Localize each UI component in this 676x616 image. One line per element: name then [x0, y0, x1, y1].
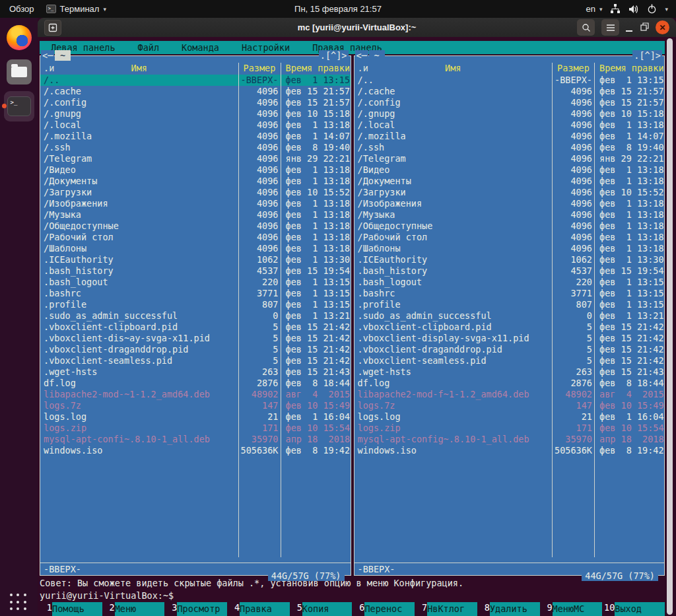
shell-prompt[interactable]: yurii@yurii-VirtualBox:~$ — [40, 590, 665, 602]
file-row[interactable]: /Рабочий стол4096фев 1 13:18 — [40, 232, 351, 243]
file-row[interactable]: .bash_history4537фев 15 19:54 — [40, 265, 351, 277]
file-row[interactable]: .sudo_as_admin_successful0фев 1 13:21 — [40, 310, 351, 322]
app-menu-button[interactable]: >_ Терминал ▾ — [46, 4, 106, 14]
window-titlebar[interactable]: mc [yurii@yurii-VirtualBox]:~ ✕ — [38, 18, 676, 37]
activities-button[interactable]: Обзор — [9, 4, 34, 14]
close-button[interactable]: ✕ — [656, 20, 669, 34]
file-row[interactable]: /Загрузки4096фев 10 15:52 — [355, 187, 665, 198]
file-row[interactable]: /Музыка4096фев 1 13:18 — [355, 209, 665, 221]
panel-scroll-left-marker[interactable]: <─ — [355, 50, 368, 61]
column-header-time[interactable]: Время правки — [281, 63, 351, 75]
fkey-button-4[interactable]: 4Правка — [227, 602, 290, 616]
panel-path-tab[interactable]: ~ — [369, 50, 385, 61]
terminal-scrollbar[interactable] — [667, 38, 673, 615]
file-row[interactable]: /.cache4096фев 15 21:57 — [40, 86, 351, 97]
minimize-button[interactable] — [626, 24, 634, 32]
file-row[interactable]: /Изображения4096фев 1 13:18 — [355, 198, 665, 209]
file-row[interactable]: /.ssh4096фев 8 19:40 — [355, 142, 665, 153]
file-row[interactable]: logs.log21фев 1 16:04 — [355, 411, 665, 423]
column-header-time[interactable]: Время правки — [594, 63, 664, 75]
mc-menu-item[interactable]: Файл — [127, 42, 171, 53]
panel-path-tab[interactable]: ~ — [55, 50, 71, 61]
file-row[interactable]: .vboxclient-draganddrop.pid5фев 15 21:42 — [355, 344, 665, 355]
file-row[interactable]: logs.zip171фев 10 15:54 — [355, 423, 665, 434]
fkey-button-1[interactable]: 1Помощь — [40, 602, 102, 616]
file-row[interactable]: /..-ВВЕРХ-фев 1 13:15 — [40, 75, 351, 86]
file-row[interactable]: logs.7z147фев 10 15:49 — [40, 400, 351, 411]
fkey-button-3[interactable]: 3Просмотр — [164, 602, 227, 616]
file-row[interactable]: /Общедоступные4096фев 1 13:18 — [40, 221, 351, 232]
file-row[interactable]: /.gnupg4096фев 10 15:18 — [40, 108, 351, 120]
file-row[interactable]: .vboxclient-seamless.pid5фев 15 21:42 — [40, 355, 351, 366]
file-row[interactable]: /Музыка4096фев 1 13:18 — [40, 209, 351, 221]
file-row[interactable]: logs.log21фев 1 16:04 — [40, 411, 351, 423]
file-row[interactable]: .bash_logout220фев 1 13:15 — [40, 277, 351, 288]
show-applications-icon[interactable] — [10, 594, 28, 612]
file-row[interactable]: .ICEauthority1062фев 1 13:30 — [40, 254, 351, 265]
file-row[interactable]: /.gnupg4096фев 10 15:18 — [355, 108, 665, 120]
search-button[interactable] — [577, 19, 595, 36]
file-row[interactable]: .wget-hsts263фев 15 21:43 — [40, 366, 351, 378]
file-row[interactable]: df.log2876фев 8 18:44 — [40, 378, 351, 389]
file-row[interactable]: mysql-apt-config~.8.10-1_all.deb35970апр… — [355, 434, 665, 445]
file-row[interactable]: .bash_history4537фев 15 19:54 — [355, 265, 665, 277]
fkey-button-2[interactable]: 2Меню — [102, 602, 165, 616]
column-header-size[interactable]: Размер — [552, 63, 594, 75]
restore-button[interactable] — [640, 22, 649, 34]
dock-firefox-icon[interactable] — [4, 22, 34, 53]
column-header-size[interactable]: Размер — [238, 63, 281, 75]
file-row[interactable]: /Telegram4096янв 29 22:21 — [40, 153, 351, 164]
file-row[interactable]: /.config4096фев 15 21:57 — [40, 97, 351, 108]
file-row[interactable]: mysql-apt-confi~.8.10-1_all.deb35970апр … — [40, 434, 351, 445]
file-row[interactable]: /.ssh4096фев 8 19:40 — [40, 142, 351, 153]
file-row[interactable]: .bashrc3771фев 1 13:15 — [355, 288, 665, 299]
file-row[interactable]: /.mozilla4096фев 1 14:07 — [40, 131, 351, 142]
mc-menu-item[interactable]: Команда — [170, 42, 230, 53]
fkey-button-10[interactable]: 10Выход — [602, 602, 665, 616]
mc-menu-item[interactable]: Настройки — [230, 42, 301, 53]
file-row[interactable]: df.log2876фев 8 18:44 — [355, 378, 665, 389]
chevron-down-icon[interactable]: ▾ — [665, 6, 668, 13]
keyboard-layout-button[interactable]: en ▾ — [586, 4, 602, 14]
panel-scroll-left-marker[interactable]: <─ — [41, 50, 54, 61]
file-row[interactable]: /Документы4096фев 1 13:18 — [40, 176, 351, 187]
file-row[interactable]: .vboxclient-seamless.pid5фев 15 21:42 — [355, 355, 665, 366]
file-row[interactable]: /.config4096фев 15 21:57 — [355, 97, 665, 108]
fkey-button-6[interactable]: 6Перенос — [352, 602, 415, 616]
file-row[interactable]: /Загрузки4096фев 10 15:52 — [40, 187, 351, 198]
network-icon[interactable] — [610, 4, 621, 14]
file-row[interactable]: /..-ВВЕРХ-фев 1 13:15 — [355, 75, 665, 86]
file-row[interactable]: /Документы4096фев 1 13:18 — [355, 176, 665, 187]
file-row[interactable]: /.cache4096фев 15 21:57 — [355, 86, 665, 97]
file-row[interactable]: /.local4096фев 1 13:18 — [40, 120, 351, 131]
file-row[interactable]: /Рабочий стол4096фев 1 13:18 — [355, 232, 665, 243]
file-row[interactable]: .vboxclient-draganddrop.pid5фев 15 21:42 — [40, 344, 351, 355]
fkey-button-5[interactable]: 5Копия — [290, 602, 353, 616]
panel-corner-marker[interactable]: .[^]> — [632, 50, 662, 61]
file-row[interactable]: logs.7z147фев 10 15:49 — [355, 400, 665, 411]
fkey-button-9[interactable]: 9МенюМС — [540, 602, 603, 616]
file-row[interactable]: windows.iso505636Kфев 8 19:42 — [40, 445, 351, 456]
dock-files-icon[interactable] — [4, 57, 34, 87]
power-icon[interactable] — [647, 4, 657, 14]
file-row[interactable]: /Шаблоны4096фев 1 13:18 — [40, 243, 351, 254]
file-row[interactable]: /Видео4096фев 1 13:18 — [355, 164, 665, 176]
fkey-button-8[interactable]: 8Удалить — [477, 602, 540, 616]
file-row[interactable]: .profile807фев 1 13:15 — [40, 299, 351, 310]
terminal-content[interactable]: Левая панельФайлКомандаНастройкиПравая п… — [38, 37, 676, 616]
file-row[interactable]: windows.iso505636Kфев 8 19:42 — [355, 445, 665, 456]
file-row[interactable]: .wget-hsts263фев 15 21:43 — [355, 366, 665, 378]
new-tab-button[interactable] — [44, 20, 61, 36]
panel-corner-marker[interactable]: .[^]> — [319, 50, 349, 61]
file-row[interactable]: .vboxclient-dis~ay-svga-x11.pid5фев 15 2… — [40, 333, 351, 344]
file-row[interactable]: /Шаблоны4096фев 1 13:18 — [355, 243, 665, 254]
fkey-button-7[interactable]: 7НвКтлог — [415, 602, 477, 616]
file-row[interactable]: .vboxclient-clipboard.pid5фев 15 21:42 — [355, 322, 665, 333]
column-header-name[interactable]: Имя — [355, 63, 553, 73]
file-row[interactable]: libapache2-mod-~1-1.2_amd64.deb48902авг … — [40, 389, 351, 400]
file-row[interactable]: .vboxclient-clipboard.pid5фев 15 21:42 — [40, 322, 351, 333]
file-row[interactable]: /.local4096фев 1 13:18 — [355, 120, 665, 131]
file-row[interactable]: .profile807фев 1 13:15 — [355, 299, 665, 310]
dock-terminal-icon[interactable]: >_ — [4, 91, 34, 121]
file-row[interactable]: .sudo_as_admin_successful0фев 1 13:21 — [355, 310, 665, 322]
